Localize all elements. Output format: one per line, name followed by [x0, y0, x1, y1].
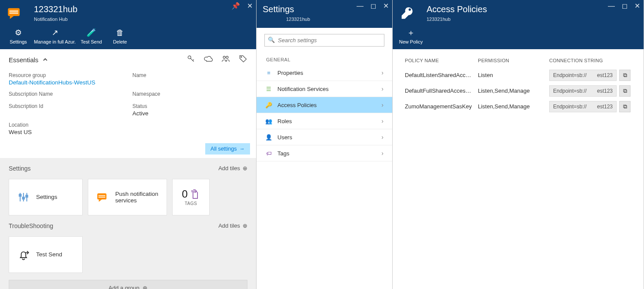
close-icon[interactable]: ✕: [247, 3, 253, 10]
tag-icon: 🏷: [265, 150, 272, 157]
all-settings-button[interactable]: All settings →: [205, 143, 250, 155]
tile-settings[interactable]: Settings: [9, 179, 83, 215]
chevron-up-icon: [43, 56, 48, 64]
key-icon[interactable]: [187, 54, 195, 65]
tags-count: 0: [182, 188, 187, 200]
policy-row[interactable]: DefaultListenSharedAcces… Listen Endpoin…: [405, 67, 631, 83]
cs-right: est123: [594, 72, 613, 78]
sliders-icon: [17, 192, 30, 203]
policy-name: DefaultListenSharedAcces…: [405, 72, 478, 78]
cloud-icon[interactable]: [204, 54, 213, 65]
maximize-icon[interactable]: ◻: [622, 3, 627, 10]
bell-icon: [17, 249, 30, 261]
add-tiles-label: Add tiles: [218, 165, 240, 171]
minimize-icon[interactable]: —: [357, 3, 364, 10]
maximize-icon[interactable]: ◻: [370, 3, 376, 10]
add-tiles-settings[interactable]: Add tiles ⊕: [218, 165, 247, 171]
users-icon[interactable]: [221, 54, 230, 65]
user-icon: 👤: [265, 134, 272, 141]
settings-item-users[interactable]: 👤Users ›: [257, 129, 392, 145]
copy-button[interactable]: ⧉: [619, 70, 631, 81]
settings-item-label: Properties: [277, 70, 303, 76]
policy-permission: Listen: [478, 72, 549, 78]
kv-resource-group: Resource group Default-NotificationHubs-…: [9, 72, 124, 86]
tile-test-send[interactable]: Test Send: [9, 236, 83, 273]
essentials-bar[interactable]: Essentials: [0, 49, 256, 71]
cs-left: Endpoint=sb://: [553, 88, 594, 94]
blade-settings: Settings 123321hub — ◻ ✕ 🔍 GENERAL ≡Prop…: [257, 0, 393, 289]
plus-circle-icon: ⊕: [243, 222, 247, 229]
blade-access-policies: Access Policies 123321hub — ◻ ✕ ＋ New Po…: [393, 0, 644, 289]
settings-title: Settings: [263, 4, 310, 14]
overview-title: 123321hub: [34, 4, 77, 14]
copy-button[interactable]: ⧉: [619, 101, 631, 112]
copy-icon: ⧉: [623, 87, 627, 94]
policies-header-row: POLICY NAME PERMISSION CONNECTION STRING: [405, 58, 631, 67]
new-policy-button[interactable]: ＋ New Policy: [398, 28, 424, 45]
section-settings-title: Settings: [9, 165, 31, 172]
connection-string-field[interactable]: Endpoint=sb:// est123: [549, 70, 617, 81]
toolbar-settings-button[interactable]: ⚙ Settings: [5, 28, 31, 45]
minimize-icon[interactable]: —: [608, 3, 615, 10]
cs-right: est123: [594, 88, 613, 94]
settings-item-label: Access Policies: [277, 102, 317, 108]
overview-body: Settings Add tiles ⊕ Settings P: [0, 158, 256, 289]
col-permission: PERMISSION: [478, 58, 549, 63]
policy-name: ZumoManagementSasKey: [405, 103, 478, 110]
toolbar-delete-button[interactable]: 🗑 Delete: [107, 28, 133, 45]
essentials-grid: Resource group Default-NotificationHubs-…: [0, 71, 256, 143]
settings-item-notification-services[interactable]: ☰Notification Services ›: [257, 81, 392, 97]
kv-location: Location West US: [9, 122, 124, 135]
connection-string-field[interactable]: Endpoint=sb:// est123: [549, 85, 617, 97]
svg-rect-14: [98, 195, 105, 196]
chevron-right-icon: ›: [381, 150, 384, 157]
location-label: Location: [9, 122, 124, 128]
settings-item-tags[interactable]: 🏷Tags ›: [257, 145, 392, 161]
kv-status: Status Active: [133, 103, 248, 117]
gear-icon: ⚙: [15, 28, 22, 37]
svg-rect-1: [10, 10, 18, 11]
tile-tags[interactable]: 0 🏷 TAGS: [172, 179, 210, 215]
chevron-right-icon: ›: [381, 118, 384, 124]
plus-icon: ＋: [407, 28, 415, 37]
toolbar-manage-button[interactable]: ↗ Manage in full Azur.: [34, 28, 76, 45]
chevron-right-icon: ›: [381, 85, 384, 92]
toolbar-testsend-button[interactable]: 🧪 Test Send: [78, 28, 104, 45]
resource-group-value[interactable]: Default-NotificationHubs-WestUS: [9, 79, 124, 86]
close-icon[interactable]: ✕: [383, 3, 389, 10]
settings-item-properties[interactable]: ≡Properties ›: [257, 65, 392, 81]
policy-row[interactable]: ZumoManagementSasKey Listen,Send,Manage …: [405, 99, 631, 114]
svg-rect-10: [19, 194, 21, 196]
svg-rect-15: [98, 197, 105, 198]
settings-item-label: Notification Services: [277, 86, 329, 92]
svg-rect-2: [10, 13, 18, 13]
settings-item-access-policies[interactable]: 🔑Access Policies ›: [257, 97, 392, 113]
tag-icon[interactable]: [239, 54, 247, 65]
flask-icon: 🧪: [87, 28, 96, 37]
tile-push-services[interactable]: Push notification services: [88, 179, 167, 215]
close-icon[interactable]: ✕: [634, 3, 640, 10]
kv-subscription-id: Subscription Id: [9, 103, 124, 117]
pin-icon[interactable]: 📌: [231, 3, 240, 10]
settings-item-label: Roles: [277, 118, 292, 124]
external-link-icon: ↗: [52, 28, 58, 37]
resource-group-label: Resource group: [9, 72, 124, 78]
overview-subtitle: Notification Hub: [34, 17, 77, 22]
settings-item-roles[interactable]: 👥Roles ›: [257, 113, 392, 129]
connection-string-field[interactable]: Endpoint=sb:// est123: [549, 101, 617, 112]
tag-icon: 🏷: [189, 189, 201, 199]
access-title: Access Policies: [427, 4, 487, 14]
svg-rect-13: [97, 193, 107, 199]
copy-button[interactable]: ⧉: [619, 85, 631, 97]
policy-row[interactable]: DefaultFullSharedAccessSi… Listen,Send,M…: [405, 83, 631, 99]
search-settings-input[interactable]: [264, 34, 384, 47]
add-group-button[interactable]: Add a group ⊕: [9, 280, 247, 289]
svg-point-6: [241, 56, 242, 57]
add-tiles-troubleshooting[interactable]: Add tiles ⊕: [218, 222, 247, 229]
access-header: Access Policies 123321hub — ◻ ✕ ＋ New Po…: [393, 0, 644, 49]
arrow-right-icon: →: [240, 146, 245, 152]
namespace-label: Namespace: [133, 91, 248, 97]
all-settings-label: All settings: [210, 146, 237, 152]
cs-left: Endpoint=sb://: [553, 104, 594, 110]
settings-subtitle: 123321hub: [286, 17, 310, 22]
